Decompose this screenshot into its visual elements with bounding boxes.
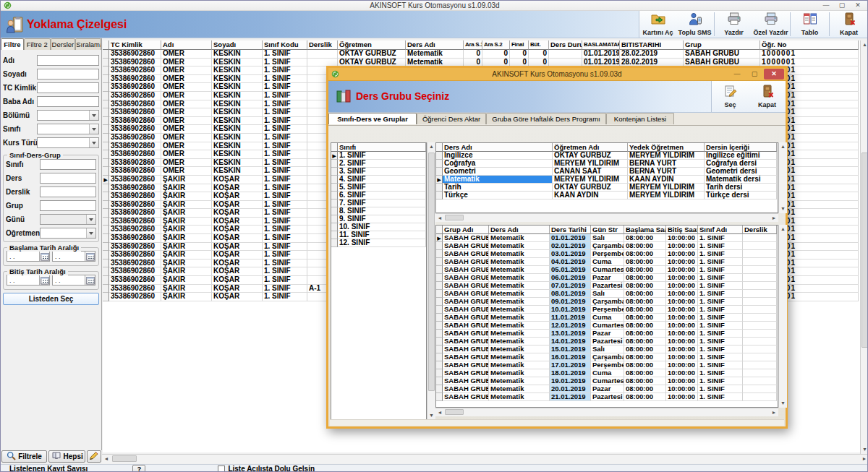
table-row[interactable]: GeometriCANAN SAATBERNA YURTGeometri der… [436,168,778,176]
scroll-down-icon[interactable]: ▼ [861,445,868,454]
filter-button[interactable]: Filtrele [1,450,47,463]
scrollbar-thumb[interactable] [861,153,868,348]
scroll-up-icon[interactable]: ▲ [427,142,435,151]
scroll-right-icon[interactable]: ► [770,408,778,416]
table-row[interactable]: SABAH GRUBUMetematik20.01.2019Pazar08:00… [436,385,778,393]
main-vertical-scrollbar[interactable]: ▲ ▼ [860,40,868,454]
column-header[interactable]: Derslik [307,40,338,50]
tc kimlik-field[interactable] [37,82,99,93]
bölümü-select[interactable] [37,110,99,121]
filter-tab-4[interactable]: Sıralama [75,38,101,50]
all-button[interactable]: Hepsi [48,450,85,463]
table-row[interactable]: 3. SINIF [331,168,426,176]
column-header[interactable]: Bitiş Saati [666,226,698,234]
column-header[interactable]: Öğretmen [338,40,406,50]
table-row[interactable]: 11. SINIF [331,231,426,239]
calendar-icon[interactable] [85,252,95,261]
derslik-field[interactable] [40,186,96,197]
column-header[interactable]: Soyadı [212,40,263,50]
dialog-tab-3[interactable]: Gruba Göre Haftalık Ders Programı [486,113,606,124]
scrollbar-thumb[interactable] [445,409,464,415]
close-icon[interactable]: ✕ [850,1,866,10]
open-card-button[interactable]: Kartını Aç [639,11,676,38]
table-row[interactable]: SABAH GRUBUMetematik12.01.2019Cumartesi0… [436,322,778,330]
table-row[interactable]: SABAH GRUBUMetematik07.01.2019Pazartesi0… [436,282,778,290]
column-header[interactable]: Ara S.2 [482,40,510,50]
table-row[interactable]: 8. SINIF [331,207,426,215]
column-header[interactable]: Grup Adı [443,226,489,234]
group-table-hscrollbar[interactable]: ◄ ► [435,408,778,416]
column-header[interactable]: Büt. [529,40,549,50]
scroll-up-icon[interactable]: ▲ [779,225,787,233]
table-row[interactable]: 5. SINIF [331,184,426,192]
table-row[interactable]: SABAH GRUBUMetematik04.01.2019Cuma08:00:… [436,258,778,266]
table-row[interactable]: SABAH GRUBUMetematik06.01.2019Pazar08:00… [436,274,778,282]
table-row[interactable]: 2. SINIF [331,160,426,168]
column-header[interactable]: Ara S.1 [464,40,482,50]
table-row[interactable]: SABAH GRUBUMetematik21.01.2019Pazartesi0… [436,393,778,401]
table-row[interactable]: 12. SINIF [331,239,426,247]
calendar-icon[interactable] [39,252,49,261]
close-window-button[interactable]: Kapat [830,11,867,38]
column-header[interactable]: Öğr. No [760,40,859,50]
date-input[interactable]: . . [52,251,95,262]
column-header[interactable]: Ders Tarihi [550,226,591,234]
column-header[interactable]: Derslik [743,226,777,234]
filter-tab-1[interactable]: Filtre [1,38,24,50]
baba adı-field[interactable] [37,96,99,107]
column-header[interactable]: Adı [161,40,212,50]
column-header[interactable]: Final [510,40,529,50]
scrollbar-thumb[interactable] [112,455,137,462]
chevron-down-icon[interactable] [86,215,95,224]
load-on-open-checkbox[interactable] [218,465,225,472]
table-row[interactable]: TarihOKTAY GÜRBÜZMERYEM YILDIRIMTarih de… [436,184,778,192]
class-list-scrollbar[interactable]: ▲ ▼ [427,142,435,420]
scroll-left-icon[interactable]: ◄ [435,214,444,222]
course-table-hscrollbar[interactable]: ◄ ► [435,213,778,222]
sınıfı-select[interactable] [37,124,99,134]
chevron-down-icon[interactable] [89,138,98,147]
günü-select[interactable] [40,214,96,225]
scroll-up-icon[interactable]: ▲ [779,142,787,151]
table-row[interactable]: ▶1. SINIF [331,152,426,160]
table-row[interactable]: SABAH GRUBUMetematik17.01.2019Perşembe08… [436,361,778,369]
custom-print-button[interactable]: Özel Yazdır [752,11,789,38]
close-dialog-button[interactable]: Kapat [749,81,786,112]
column-header[interactable]: BASLAMATARIHI [582,40,620,50]
column-header[interactable]: Ders Durum [549,40,582,50]
column-header[interactable]: Sınıf Kodu [263,40,307,50]
column-header[interactable]: Grup [684,40,760,50]
table-row[interactable]: SABAH GRUBUMetematik13.01.2019Pazar08:00… [436,330,778,338]
table-button[interactable]: Tablo [791,11,828,38]
table-row[interactable]: SABAH GRUBUMetematik19.01.2019Cumartesi0… [436,377,778,385]
select-from-list-button[interactable]: Listeden Seç [3,293,99,305]
group-table-vscrollbar[interactable]: ▲ ▼ [778,225,787,408]
ders-field[interactable] [40,173,96,184]
minimize-icon[interactable]: — [729,69,745,80]
scroll-right-icon[interactable]: ► [770,214,778,222]
chevron-down-icon[interactable] [89,124,98,134]
calendar-icon[interactable] [39,275,49,285]
minimize-icon[interactable]: — [818,1,834,10]
help-button[interactable]: ? [132,465,145,472]
adı-field[interactable] [37,55,99,66]
main-horizontal-scrollbar[interactable]: ◄ ► [102,454,868,463]
table-row[interactable]: 7. SINIF [331,199,426,207]
table-row[interactable]: SABAH GRUBUMetematik03.01.2019Perşembe08… [436,250,778,258]
scroll-down-icon[interactable]: ▼ [779,399,787,408]
close-icon[interactable]: ✕ [764,69,784,80]
table-row[interactable]: SABAH GRUBUMetematik02.01.2019Çarşamba08… [436,242,778,250]
scroll-left-icon[interactable]: ◄ [435,408,444,416]
scroll-up-icon[interactable]: ▲ [861,40,868,49]
table-row[interactable]: 6. SINIF [331,192,426,199]
table-row[interactable]: CoğrafyaMERYEM YILDIRIMBERNA YURTCoğrafy… [436,160,778,168]
dialog-tab-4[interactable]: Kontenjan Listesi [606,113,674,124]
date-input[interactable]: . . [7,251,50,262]
column-header[interactable]: Başlama Saati [624,226,666,234]
chevron-down-icon[interactable] [86,228,95,238]
bulk-sms-button[interactable]: Toplu SMS [676,11,713,38]
scrollbar-thumb[interactable] [445,215,464,220]
table-row[interactable]: 35386902860ÖMERKESKİN1. SINIFOKTAY GÜRBÜ… [103,50,860,59]
column-header[interactable]: Dersin İçeriği [705,143,777,152]
column-header[interactable]: Ders Adı [489,226,550,234]
